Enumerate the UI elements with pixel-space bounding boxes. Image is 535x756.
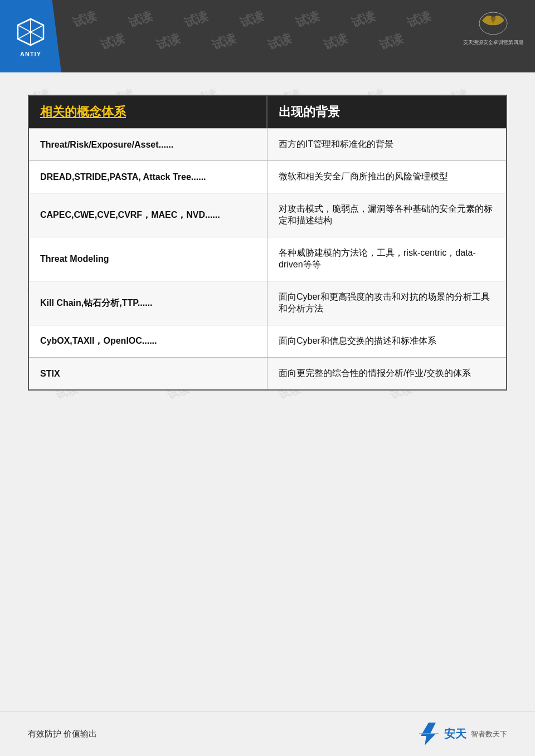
table-cell-right-4: 各种威胁建模的方法论，工具，risk-centric，data-driven等等 <box>268 237 506 281</box>
header-right-logo-icon <box>476 9 510 37</box>
table-cell-left-5: Kill Chain,钻石分析,TTP...... <box>29 281 268 325</box>
watermark-12: 试读 <box>321 30 350 53</box>
table-cell-left-4: Threat Modeling <box>29 237 268 281</box>
table-cell-left-3: CAPEC,CWE,CVE,CVRF，MAEC，NVD...... <box>29 193 268 237</box>
watermark-1: 试读 <box>70 7 99 31</box>
watermark-6: 试读 <box>349 7 378 31</box>
logo-text: ANTIY <box>20 51 41 57</box>
watermark-3: 试读 <box>182 7 211 31</box>
footer-logo-main: 安天 <box>444 726 466 742</box>
table-row: Threat/Risk/Exposure/Asset...... 西方的IT管理… <box>29 128 506 160</box>
table-cell-left-2: DREAD,STRIDE,PASTA, Attack Tree...... <box>29 161 268 193</box>
watermark-2: 试读 <box>126 7 155 31</box>
watermark-11: 试读 <box>265 30 294 53</box>
table-row: CAPEC,CWE,CVE,CVRF，MAEC，NVD...... 对攻击模式，… <box>29 193 506 237</box>
header-right-sub-text: 安天溯源安全卓训营第四期 <box>463 39 523 46</box>
watermark-4: 试读 <box>237 7 266 31</box>
header-watermarks: 试读 试读 试读 试读 试读 试读 试读 试读 试读 试读 试读 试读 试读 <box>0 0 535 72</box>
table-row: CybOX,TAXII，OpenIOC...... 面向Cyber和信息交换的描… <box>29 325 506 357</box>
watermark-9: 试读 <box>154 30 183 53</box>
logo-icon <box>14 15 47 48</box>
watermark-10: 试读 <box>210 30 239 53</box>
footer-logo: 安天 智者数天下 <box>416 721 507 747</box>
footer-logo-container: 安天 智者数天下 <box>416 721 507 747</box>
watermark-7: 试读 <box>405 7 434 31</box>
table-cell-right-6: 面向Cyber和信息交换的描述和标准体系 <box>268 325 506 357</box>
table-cell-right-2: 微软和相关安全厂商所推出的风险管理模型 <box>268 161 506 193</box>
table-row: STIX 面向更完整的综合性的情报分析/作业/交换的体系 <box>29 357 506 389</box>
col-right-header: 出现的背景 <box>268 96 506 128</box>
table-cell-right-1: 西方的IT管理和标准化的背景 <box>268 129 506 160</box>
table-row: Threat Modeling 各种威胁建模的方法论，工具，risk-centr… <box>29 237 506 281</box>
watermark-5: 试读 <box>293 7 322 31</box>
table-row: DREAD,STRIDE,PASTA, Attack Tree...... 微软… <box>29 160 506 193</box>
table-cell-right-5: 面向Cyber和更高强度的攻击和对抗的场景的分析工具和分析方法 <box>268 281 506 325</box>
watermark-8: 试读 <box>98 30 127 53</box>
footer-logo-icon <box>416 721 441 747</box>
table-cell-right-3: 对攻击模式，脆弱点，漏洞等各种基础的安全元素的标定和描述结构 <box>268 193 506 237</box>
table-cell-left-7: STIX <box>29 358 268 389</box>
header: ANTIY 试读 试读 试读 试读 试读 试读 试读 试读 试读 试读 试读 试… <box>0 0 535 72</box>
header-right-logo: 安天溯源安全卓训营第四期 <box>460 6 527 50</box>
main-content: 试读 试读 试读 试读 试读 试读 试读 试读 试读 试读 试读 试读 试读 试… <box>0 72 535 413</box>
content-table: 相关的概念体系 出现的背景 Threat/Risk/Exposure/Asset… <box>28 95 507 391</box>
table-row: Kill Chain,钻石分析,TTP...... 面向Cyber和更高强度的攻… <box>29 281 506 325</box>
col-left-header: 相关的概念体系 <box>29 96 268 128</box>
footer-tagline: 有效防护 价值输出 <box>28 729 97 739</box>
footer-logo-sub: 智者数天下 <box>471 729 507 739</box>
table-cell-right-7: 面向更完整的综合性的情报分析/作业/交换的体系 <box>268 358 506 389</box>
footer: 有效防护 价值输出 安天 智者数天下 <box>0 711 535 756</box>
logo-box: ANTIY <box>0 0 61 72</box>
table-cell-left-1: Threat/Risk/Exposure/Asset...... <box>29 129 268 160</box>
table-cell-left-6: CybOX,TAXII，OpenIOC...... <box>29 325 268 357</box>
watermark-13: 试读 <box>377 30 406 53</box>
table-header-row: 相关的概念体系 出现的背景 <box>29 96 506 128</box>
